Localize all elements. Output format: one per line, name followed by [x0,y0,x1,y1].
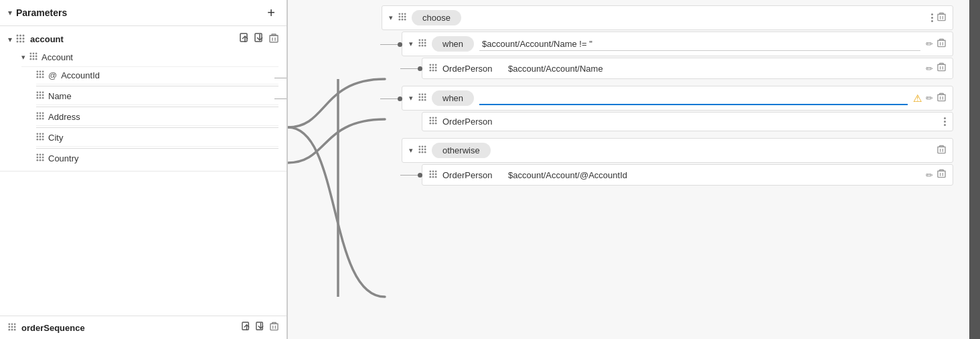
svg-point-161 [435,170,437,172]
grid-icon-country [36,153,44,163]
svg-point-74 [14,326,16,328]
grid-icon-city [36,133,44,143]
svg-point-93 [404,19,406,21]
left-panel: ▾ Parameters + ▾ [0,0,288,339]
choose-three-dots[interactable] [931,13,933,22]
grid-icon-address [36,112,44,122]
at-prefix-accountid: @ [48,70,57,80]
svg-point-148 [424,145,426,147]
choose-delete-button[interactable] [937,12,946,24]
when2-orderperson-row: OrderPerson [422,112,953,131]
svg-rect-133 [938,94,945,100]
svg-point-162 [429,173,431,175]
svg-point-104 [418,45,420,47]
choose-expand-icon[interactable]: ▾ [389,13,393,22]
nested-collapse-icon[interactable]: ▾ [21,53,25,62]
svg-point-49 [39,118,42,120]
address-label: Address [48,112,80,122]
otherwise-op-edit-button[interactable]: ✏ [926,170,933,180]
svg-point-140 [429,120,431,122]
when1-op-edit-button[interactable]: ✏ [926,64,933,74]
tree-item-name[interactable]: Name [36,88,278,105]
tree-item-city[interactable]: City [36,129,278,147]
svg-point-31 [39,76,42,78]
account-header-left: ▾ account [8,34,64,45]
svg-point-8 [23,40,25,42]
svg-rect-94 [938,14,945,20]
svg-point-39 [36,97,38,99]
tree-item-address[interactable]: Address [36,109,278,126]
svg-point-141 [432,120,434,122]
otherwise-op-label: OrderPerson [442,170,503,180]
export-icon[interactable] [240,33,250,46]
svg-rect-120 [938,64,945,70]
svg-point-130 [418,99,420,101]
svg-point-132 [424,99,426,101]
when2-connector-line [380,98,402,99]
svg-point-55 [39,136,42,138]
svg-point-47 [42,115,44,117]
svg-point-127 [418,96,420,98]
order-sequence-section: orderSequence [0,316,287,339]
panel-header-left: ▾ Parameters [8,7,67,18]
bottom-item-left: orderSequence [8,323,85,333]
otherwise-grip-icon [418,145,426,155]
svg-point-142 [435,120,437,122]
svg-point-35 [42,91,44,93]
svg-point-165 [429,176,431,178]
right-edge [969,0,980,339]
otherwise-expand-icon[interactable]: ▾ [409,146,413,155]
otherwise-op-delete-button[interactable] [937,169,946,181]
when1-op-delete-button[interactable] [937,62,946,74]
svg-point-160 [432,170,434,172]
country-label: Country [48,153,79,163]
when1-condition-input[interactable] [479,38,920,51]
import-icon[interactable] [254,33,265,46]
panel-collapse-icon[interactable]: ▾ [8,8,12,17]
import-order-icon[interactable] [256,322,266,334]
nested-account-header: ▾ Account [21,48,278,67]
when2-op-three-dots[interactable] [944,117,946,126]
when1-op-actions: ✏ [926,62,946,74]
when1-orderperson-row: OrderPerson $account/Account/Name ✏ [422,58,953,79]
account-collapse-icon[interactable]: ▾ [8,35,12,44]
when2-edit-button[interactable]: ✏ [926,93,933,103]
choose-actions [931,12,946,24]
otherwise-op-grip-icon [429,170,437,180]
when1-edit-button[interactable]: ✏ [926,39,933,49]
when1-expand-icon[interactable]: ▾ [409,40,413,48]
svg-point-50 [42,118,44,120]
svg-point-54 [36,136,38,138]
canvas-area: ▾ choose [288,0,980,339]
tree-item-country[interactable]: Country [36,150,278,167]
svg-point-124 [418,93,420,95]
delete-order-button[interactable] [270,322,278,334]
accountid-label: AccountId [61,70,100,80]
svg-point-98 [418,39,420,41]
add-parameter-button[interactable]: + [264,5,278,20]
otherwise-delete-button[interactable] [937,145,946,157]
svg-point-70 [11,323,13,325]
when1-delete-button[interactable] [937,38,946,50]
order-sequence-label: orderSequence [21,323,85,333]
export-order-icon[interactable] [242,322,252,334]
svg-point-16 [33,52,35,54]
account-section: ▾ account [0,26,287,172]
tree-item-accountid[interactable]: @ AccountId [36,67,278,84]
svg-point-102 [422,42,424,44]
svg-point-7 [19,40,21,42]
when2-delete-button[interactable] [937,92,946,105]
otherwise-op-actions: ✏ [926,169,946,181]
svg-point-137 [429,117,431,119]
when2-expand-icon[interactable]: ▾ [409,94,413,103]
delete-account-button[interactable] [269,33,278,46]
svg-point-28 [39,74,42,76]
svg-point-89 [402,16,404,18]
when2-grip-icon [418,93,426,103]
svg-point-37 [39,94,42,96]
svg-point-149 [418,149,420,151]
svg-point-152 [418,151,420,153]
order-sequence-actions [242,322,278,334]
when2-condition-input[interactable] [479,91,908,105]
svg-rect-155 [938,147,945,153]
